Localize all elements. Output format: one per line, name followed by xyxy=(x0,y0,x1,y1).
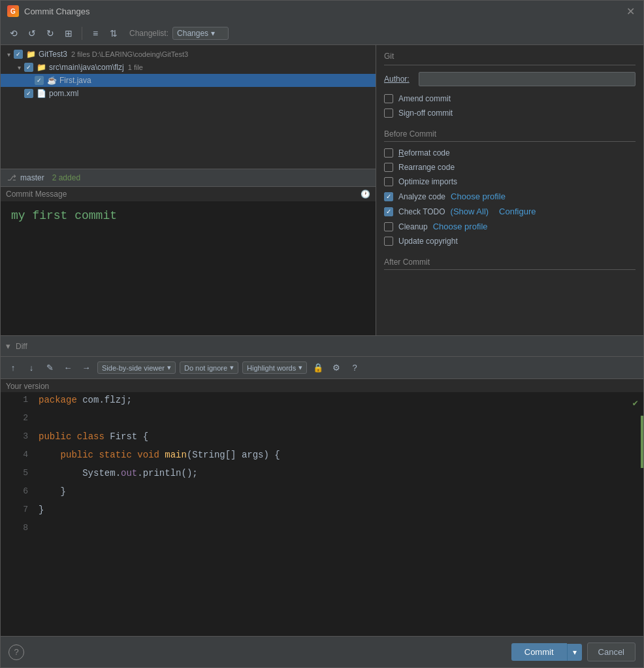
line-content-6: } xyxy=(33,484,643,499)
git-section-title: Git xyxy=(384,52,636,65)
before-commit-title: Before Commit xyxy=(384,129,636,142)
cancel-button[interactable]: Cancel xyxy=(587,643,636,661)
tree-first-java[interactable]: ✓ ☕ First.java xyxy=(1,74,376,87)
line-number-7: 7 xyxy=(1,502,33,517)
author-row: Author: xyxy=(384,72,636,86)
code-line-6: 6 } xyxy=(1,484,643,502)
optimize-imports-row: Optimize imports xyxy=(384,177,636,186)
line-number-5: 5 xyxy=(1,465,33,480)
line-number-6: 6 xyxy=(1,484,33,499)
sort-button[interactable]: ⇅ xyxy=(106,25,121,41)
cleanup-link[interactable]: Choose profile xyxy=(433,222,488,231)
optimize-imports-checkbox[interactable] xyxy=(384,177,393,186)
tree-checkbox-pom[interactable]: ✓ xyxy=(24,89,33,98)
commit-dropdown-button[interactable]: ▾ xyxy=(567,644,582,661)
diff-prev-button[interactable]: ← xyxy=(61,361,75,375)
reformat-code-label: Reformat code xyxy=(398,148,450,158)
help-button[interactable]: ? xyxy=(8,644,24,660)
line-content-7: } xyxy=(33,502,643,518)
check-todo-showall-link[interactable]: (Show All) xyxy=(451,207,489,216)
reformat-code-checkbox[interactable] xyxy=(384,148,393,158)
check-todo-row: ✓ Check TODO (Show All) Configure xyxy=(384,207,636,216)
grid-button[interactable]: ⊞ xyxy=(61,25,76,41)
window-title: Commit Changes xyxy=(24,7,89,16)
tree-pom-xml[interactable]: ✓ 📄 pom.xml xyxy=(1,87,376,100)
tree-src-folder[interactable]: ▾ ✓ 📁 src\main\java\com\flzj 1 file xyxy=(1,61,376,74)
undo-button[interactable]: ↺ xyxy=(24,25,40,41)
diff-help-button[interactable]: ? xyxy=(347,361,362,375)
folder-icon-root: 📁 xyxy=(25,49,36,59)
tree-checkbox-src[interactable]: ✓ xyxy=(24,63,33,72)
line-content-8 xyxy=(33,520,643,526)
changelist-label: Changelist: xyxy=(129,29,169,38)
check-todo-checkbox[interactable]: ✓ xyxy=(384,207,393,216)
line-content-1: package com.flzj; xyxy=(33,392,643,408)
commit-message-input[interactable]: my first commit xyxy=(1,201,376,335)
diff-next-button[interactable]: → xyxy=(79,361,93,375)
analyze-code-link[interactable]: Choose profile xyxy=(451,192,506,201)
author-input[interactable] xyxy=(419,72,636,86)
rearrange-code-label: Rearrange code xyxy=(398,163,455,172)
diff-edit-button[interactable]: ✎ xyxy=(42,361,57,375)
tree-checkbox-firstjava[interactable]: ✓ xyxy=(35,76,44,85)
amend-commit-checkbox[interactable] xyxy=(384,94,393,103)
viewer-label: Side-by-side viewer xyxy=(102,364,165,372)
ignore-dropdown[interactable]: Do not ignore ▾ xyxy=(180,361,238,374)
left-panel: ▾ ✓ 📁 GitTest3 2 files D:\LEARING\codein… xyxy=(1,45,376,335)
commit-button[interactable]: Commit xyxy=(511,643,567,661)
signoff-commit-row: Sign-off commit xyxy=(384,109,636,118)
highlight-label: Highlight words xyxy=(247,364,296,372)
line-number-8: 8 xyxy=(1,520,33,535)
diff-up-button[interactable]: ↑ xyxy=(6,361,20,375)
diff-toolbar: ↑ ↓ ✎ ← → Side-by-side viewer ▾ Do not i… xyxy=(1,357,643,379)
tree-toggle-src[interactable]: ▾ xyxy=(14,62,24,73)
code-line-1: 1 package com.flzj; xyxy=(1,392,643,410)
branch-name: master xyxy=(20,173,44,182)
update-copyright-row: Update copyright xyxy=(384,237,636,246)
settings-button[interactable]: ⚙ xyxy=(329,361,344,375)
line-number-3: 3 xyxy=(1,429,33,444)
green-bar xyxy=(641,416,643,468)
line-number-2: 2 xyxy=(1,410,33,426)
tree-root[interactable]: ▾ ✓ 📁 GitTest3 2 files D:\LEARING\codein… xyxy=(1,48,376,61)
diff-down-button[interactable]: ↓ xyxy=(24,361,39,375)
diff-title: Diff xyxy=(16,342,27,351)
file-tree[interactable]: ▾ ✓ 📁 GitTest3 2 files D:\LEARING\codein… xyxy=(1,45,376,169)
refresh-button[interactable]: ⟲ xyxy=(6,25,22,41)
diff-code-area[interactable]: ✔ 1 package com.flzj; 2 3 public class F… xyxy=(1,392,643,636)
rearrange-code-checkbox[interactable] xyxy=(384,163,393,172)
lock-button[interactable]: 🔒 xyxy=(311,361,325,375)
commit-message-label: Commit Message xyxy=(6,190,67,199)
line-number-4: 4 xyxy=(1,447,33,462)
tree-toggle-root[interactable]: ▾ xyxy=(3,49,14,59)
line-number-1: 1 xyxy=(1,392,33,407)
commit-btn-group: Commit ▾ Cancel xyxy=(511,643,636,661)
list-button[interactable]: ≡ xyxy=(88,25,103,41)
close-button[interactable]: ✕ xyxy=(624,5,637,18)
java-icon-first: ☕ xyxy=(46,75,57,86)
amend-commit-row: Amend commit xyxy=(384,94,636,103)
title-bar-left: G Commit Changes xyxy=(7,5,89,17)
status-bar: ⎇ master 2 added xyxy=(1,169,376,187)
line-content-3: public class First { xyxy=(33,429,643,444)
tree-checkbox-root[interactable]: ✓ xyxy=(14,50,23,59)
signoff-commit-checkbox[interactable] xyxy=(384,109,393,118)
changelist-value: Changes xyxy=(177,29,208,38)
analyze-code-checkbox[interactable]: ✓ xyxy=(384,192,393,201)
commit-message-header: Commit Message 🕐 xyxy=(1,187,376,201)
ignore-arrow: ▾ xyxy=(230,363,234,372)
check-todo-configure-link[interactable]: Configure xyxy=(499,207,536,216)
reformat-code-row: Reformat code xyxy=(384,148,636,158)
redo-button[interactable]: ↻ xyxy=(42,25,58,41)
tree-label-firstjava: First.java xyxy=(59,76,91,85)
changelist-dropdown[interactable]: Changes ▾ xyxy=(172,27,229,40)
branch-info: ⎇ master xyxy=(7,173,44,182)
viewer-dropdown[interactable]: Side-by-side viewer ▾ xyxy=(97,361,176,374)
analyze-code-row: ✓ Analyze code Choose profile xyxy=(384,192,636,201)
diff-collapse-toggle[interactable]: ▾ xyxy=(6,341,10,351)
highlight-dropdown[interactable]: Highlight words ▾ xyxy=(242,361,307,374)
optimize-imports-label: Optimize imports xyxy=(398,177,457,186)
changelist-section: Changelist: Changes ▾ xyxy=(129,27,229,40)
update-copyright-checkbox[interactable] xyxy=(384,237,393,246)
cleanup-checkbox[interactable] xyxy=(384,222,393,231)
